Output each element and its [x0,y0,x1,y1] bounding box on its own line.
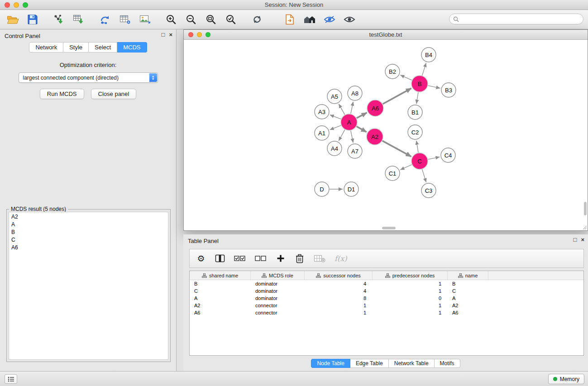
table-cell[interactable]: dominator [251,288,305,294]
column-header-successor-nodes[interactable]: successor nodes [305,271,373,280]
table-cell[interactable]: 1 [373,288,448,294]
network-window-titlebar[interactable]: testGlobe.txt [184,30,588,40]
table-cell[interactable]: 1 [373,303,448,308]
tab-network[interactable]: Network [29,42,63,52]
graph-node-C3[interactable]: C3 [421,183,436,198]
apply-preferred-layout-button[interactable] [249,12,265,27]
tab-style[interactable]: Style [63,42,89,52]
table-cell[interactable]: B [448,281,488,286]
table-row[interactable]: Bdominator41B [190,280,583,287]
graph-edge-A-A2[interactable] [357,126,367,132]
graph-edge-A-A5[interactable] [339,104,344,115]
show-hide-overview-button[interactable] [341,12,358,27]
close-table-panel-icon[interactable]: × [581,237,584,243]
graph-edge-B-B3[interactable] [428,86,440,88]
zoom-in-button[interactable] [163,12,179,27]
float-table-panel-icon[interactable]: □ [574,237,577,243]
mcds-result-item[interactable]: C [9,236,168,244]
search-box[interactable] [449,14,583,24]
graph-node-A1[interactable]: A1 [315,126,329,140]
delete-column-button[interactable] [295,254,305,263]
select-all-columns-button[interactable] [234,255,246,262]
table-cell[interactable]: 1 [373,281,448,286]
save-session-button[interactable] [24,12,41,27]
graph-edge-A2-C[interactable] [382,141,411,157]
table-cell[interactable]: dominator [251,281,305,286]
table-cell[interactable]: A6 [448,310,488,315]
graph-node-C2[interactable]: C2 [408,125,422,139]
delete-table-button[interactable] [314,254,325,262]
graph-node-C[interactable]: C [411,153,428,169]
mcds-result-item[interactable]: A [9,221,168,229]
graph-edge-A-A1[interactable] [330,125,341,130]
import-table-from-file-button[interactable] [71,12,87,27]
show-columns-button[interactable] [215,254,225,262]
function-builder-button[interactable]: f(x) [335,254,347,263]
memory-button[interactable]: Memory [548,374,584,384]
close-panel-button[interactable]: Close panel [91,89,137,99]
mcds-result-item[interactable]: A6 [9,244,168,252]
tab-motifs[interactable]: Motifs [435,359,460,368]
table-cell[interactable]: A2 [190,303,251,308]
create-column-button[interactable] [276,254,286,262]
graph-node-A7[interactable]: A7 [348,144,362,158]
graph-node-D[interactable]: D [315,182,329,196]
table-cell[interactable]: 8 [305,295,373,301]
graph-edge-A-A3[interactable] [330,115,341,119]
graph-node-A4[interactable]: A4 [327,141,342,156]
graph-edge-A-A7[interactable] [351,131,353,143]
graph-node-B3[interactable]: B3 [441,83,456,97]
clone-network-button[interactable] [97,12,113,27]
float-panel-icon[interactable]: □ [162,32,165,38]
mcds-result-item[interactable]: B [9,229,168,236]
graph-node-A8[interactable]: A8 [348,86,362,100]
export-image-button[interactable] [137,12,153,27]
graph-edge-C-C1[interactable] [400,165,411,170]
optimization-dropdown[interactable]: largest connected component (directed) ▴… [19,72,158,83]
graph-node-A2[interactable]: A2 [367,129,383,145]
graph-edge-A-A8[interactable] [351,102,353,114]
table-cell[interactable]: C [190,288,251,294]
graph-edge-C-C2[interactable] [416,141,418,152]
open-documentation-button[interactable] [282,12,298,27]
close-panel-icon[interactable]: × [169,32,172,38]
graph-edge-A-A4[interactable] [339,130,345,141]
graph-edge-C-C4[interactable] [428,157,440,159]
graph-node-A6[interactable]: A6 [367,100,383,116]
table-cell[interactable]: A6 [190,310,251,315]
graph-edge-A-A6[interactable] [357,113,367,118]
column-header-name[interactable]: name [448,271,488,280]
show-graphics-details-button[interactable] [321,12,338,27]
table-row[interactable]: A2connector11A2 [190,302,583,309]
table-row[interactable]: A6connector11A6 [190,309,583,316]
graph-node-B[interactable]: B [411,76,428,92]
graph-node-D1[interactable]: D1 [344,182,359,196]
unselect-all-columns-button[interactable] [255,255,267,262]
table-settings-button[interactable]: ⚙ [196,254,206,263]
tab-edge-table[interactable]: Edge Table [350,359,389,368]
horizontal-scrollbar-thumb[interactable] [382,227,396,229]
run-mcds-button[interactable]: Run MCDS [40,89,84,99]
table-cell[interactable]: connector [251,303,305,308]
mcds-result-item[interactable]: A2 [9,213,168,221]
table-cell[interactable]: 1 [305,303,373,308]
graph-edge-A6-B[interactable] [383,88,411,104]
column-header-MCDS-role[interactable]: MCDS role [251,271,305,280]
graph-edge-C-C3[interactable] [422,169,426,182]
task-history-button[interactable] [5,374,17,384]
table-cell[interactable]: connector [251,310,305,315]
table-cell[interactable]: C [448,288,488,294]
table-cell[interactable]: A2 [448,303,488,308]
table-cell[interactable]: 0 [373,295,448,301]
zoom-selected-button[interactable] [223,12,239,27]
zoom-out-button[interactable] [183,12,199,27]
tab-network-table[interactable]: Network Table [389,359,435,368]
table-cell[interactable]: 1 [373,310,448,315]
tab-select[interactable]: Select [89,42,117,52]
graph-node-C4[interactable]: C4 [441,148,455,162]
graph-node-A[interactable]: A [341,114,357,130]
create-table-button[interactable] [117,12,133,27]
search-input[interactable] [461,16,579,22]
table-cell[interactable]: B [190,281,251,286]
column-header-shared-name[interactable]: shared name [190,271,251,280]
